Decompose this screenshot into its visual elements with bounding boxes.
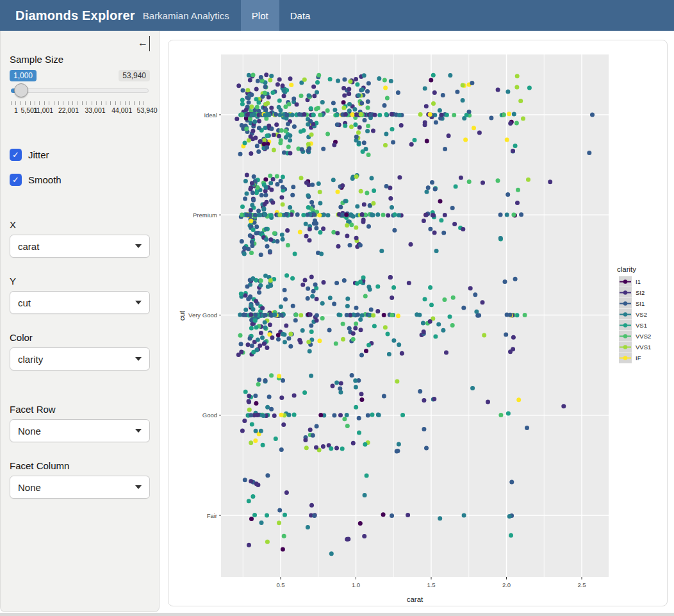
svg-text:VS1: VS1 — [636, 322, 647, 329]
svg-text:0.5: 0.5 — [276, 581, 284, 588]
facet-row-select[interactable]: None — [10, 419, 150, 442]
sidebar: ← Sample Size 1,000 53,940 15,50111,0012… — [0, 31, 160, 612]
y-select-value: cut — [18, 297, 135, 308]
color-select-label: Color — [10, 332, 150, 343]
color-select-value: clarity — [18, 354, 135, 365]
chevron-down-icon — [135, 244, 142, 248]
svg-text:Ideal: Ideal — [204, 112, 217, 119]
app-subtitle: Barkamian Analytics — [143, 10, 229, 21]
facet-column-select-label: Facet Column — [10, 460, 150, 471]
slider-tick-labels: 15,50111,00122,00133,00144,00153,940 — [10, 106, 150, 115]
svg-text:Very Good: Very Good — [188, 312, 217, 319]
y-select[interactable]: cut — [10, 291, 150, 314]
smooth-label[interactable]: Smooth — [28, 174, 62, 185]
svg-text:VVS2: VVS2 — [636, 333, 651, 340]
window-bottom-edge — [0, 613, 674, 616]
slider-ruler-ticks — [11, 101, 149, 105]
svg-text:Good: Good — [202, 412, 217, 419]
color-select[interactable]: clarity — [10, 347, 150, 370]
sidebar-collapse-row: ← — [10, 36, 150, 51]
y-select-label: Y — [10, 276, 150, 287]
app-title: Diamonds Explorer — [15, 8, 135, 23]
tab-plot[interactable]: Plot — [241, 0, 279, 31]
slider-tick-label: 1 — [14, 106, 18, 114]
slider-handle[interactable] — [14, 83, 28, 97]
svg-text:2.5: 2.5 — [577, 581, 586, 588]
svg-text:VS2: VS2 — [636, 311, 647, 318]
x-select[interactable]: carat — [10, 235, 150, 258]
slider-tick-label: 53,940 — [137, 106, 158, 114]
chevron-down-icon — [135, 301, 142, 304]
svg-text:I1: I1 — [636, 278, 641, 285]
slider-tick-label: 22,001 — [58, 106, 79, 114]
svg-text:Premium: Premium — [193, 212, 217, 219]
content: ← Sample Size 1,000 53,940 15,50111,0012… — [0, 31, 674, 613]
tab-data[interactable]: Data — [279, 0, 322, 31]
facet-row-select-value: None — [18, 426, 135, 437]
facet-column-select-group: Facet Column None — [10, 460, 150, 499]
slider-tick-label: 33,001 — [85, 106, 106, 114]
smooth-checkbox[interactable]: ✓ — [10, 174, 22, 186]
x-select-value: carat — [18, 241, 135, 252]
chevron-down-icon — [135, 485, 142, 489]
nav-tabs: Plot Data — [241, 0, 322, 31]
svg-text:2.0: 2.0 — [502, 581, 511, 588]
facet-column-select[interactable]: None — [10, 476, 150, 499]
slider-badges: 1,000 53,940 — [10, 70, 150, 81]
slider-tick-label: 44,001 — [111, 106, 132, 114]
plot-card: IdealPremiumVery GoodGoodFair0.51.01.52.… — [168, 40, 668, 606]
x-select-label: X — [10, 219, 150, 230]
brand: Diamonds Explorer Barkamian Analytics — [0, 0, 229, 31]
jitter-checkbox[interactable]: ✓ — [10, 149, 22, 161]
slider-value-badge: 1,000 — [10, 70, 37, 81]
sample-size-label: Sample Size — [10, 54, 150, 65]
jitter-checkbox-row[interactable]: ✓ Jitter — [10, 149, 150, 161]
sample-size-slider[interactable] — [10, 86, 150, 95]
slider-track[interactable] — [11, 88, 149, 93]
facet-row-select-group: Facet Row None — [10, 404, 150, 442]
sidebar-collapse-icon[interactable]: ← — [138, 36, 150, 51]
svg-text:VVS1: VVS1 — [636, 344, 651, 351]
x-select-group: X carat — [10, 219, 150, 258]
svg-text:Fair: Fair — [207, 512, 217, 519]
svg-text:SI2: SI2 — [636, 289, 645, 296]
slider-max-badge: 53,940 — [119, 70, 150, 81]
y-select-group: Y cut — [10, 276, 150, 314]
svg-text:1.0: 1.0 — [352, 581, 360, 588]
svg-text:IF: IF — [636, 354, 641, 362]
app-header: Diamonds Explorer Barkamian Analytics Pl… — [0, 0, 674, 31]
svg-text:carat: carat — [407, 595, 423, 603]
slider-tick-label: 11,001 — [33, 106, 53, 114]
color-select-group: Color clarity — [10, 332, 150, 370]
svg-text:cut: cut — [178, 310, 186, 320]
svg-text:SI1: SI1 — [636, 300, 645, 307]
chevron-down-icon — [135, 357, 142, 361]
main-area: IdealPremiumVery GoodGoodFair0.51.01.52.… — [160, 31, 674, 613]
facet-column-select-value: None — [18, 482, 135, 493]
smooth-checkbox-row[interactable]: ✓ Smooth — [10, 174, 150, 186]
jitter-label[interactable]: Jitter — [28, 149, 49, 160]
diamonds-scatter-plot: IdealPremiumVery GoodGoodFair0.51.01.52.… — [168, 40, 668, 606]
svg-text:clarity: clarity — [617, 265, 636, 273]
facet-row-select-label: Facet Row — [10, 404, 150, 415]
svg-text:1.5: 1.5 — [427, 581, 435, 588]
chevron-down-icon — [135, 429, 142, 433]
